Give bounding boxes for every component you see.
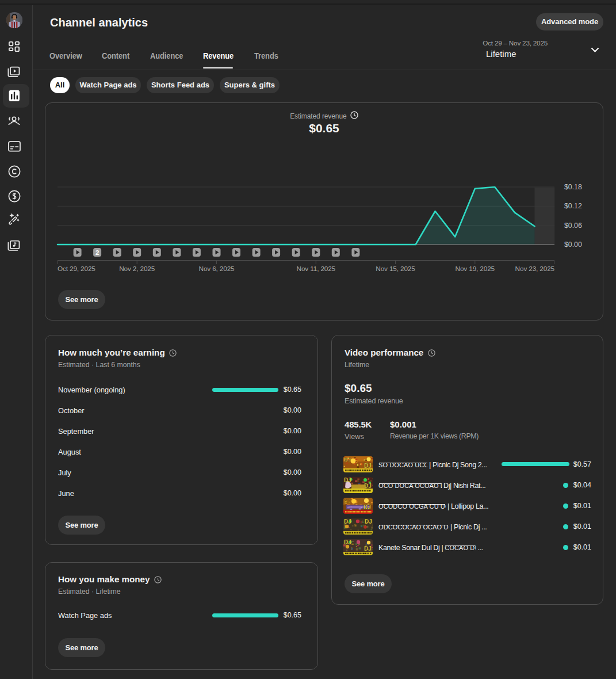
svg-text:Nov 2, 2025: Nov 2, 2025	[119, 265, 155, 273]
svg-text:DJ: DJ	[344, 518, 351, 525]
svg-text:DJ: DJ	[344, 498, 351, 504]
svg-text:DJ: DJ	[364, 504, 371, 510]
svg-text:DJ: DJ	[344, 539, 351, 546]
svg-text:Nov 19, 2025: Nov 19, 2025	[456, 265, 495, 273]
svg-text:2: 2	[95, 249, 99, 256]
svg-text:$0.00: $0.00	[564, 241, 582, 249]
svg-text:DJ: DJ	[344, 456, 351, 463]
svg-text:DJ: DJ	[344, 477, 351, 483]
svg-text:Nov 11, 2025: Nov 11, 2025	[297, 265, 336, 273]
svg-text:DJ: DJ	[364, 483, 372, 489]
svg-text:Oct 29, 2025: Oct 29, 2025	[58, 265, 95, 273]
svg-text:DJ: DJ	[364, 463, 372, 469]
svg-text:Nov 6, 2025: Nov 6, 2025	[199, 265, 235, 273]
svg-text:$0.18: $0.18	[564, 183, 582, 191]
svg-text:Nov 23, 2025: Nov 23, 2025	[515, 265, 555, 273]
svg-text:$0.06: $0.06	[564, 222, 582, 230]
svg-text:DJ: DJ	[365, 518, 372, 525]
svg-text:Nov 15, 2025: Nov 15, 2025	[376, 265, 415, 273]
svg-text:$0.12: $0.12	[564, 202, 582, 210]
svg-text:DJ: DJ	[364, 546, 372, 552]
